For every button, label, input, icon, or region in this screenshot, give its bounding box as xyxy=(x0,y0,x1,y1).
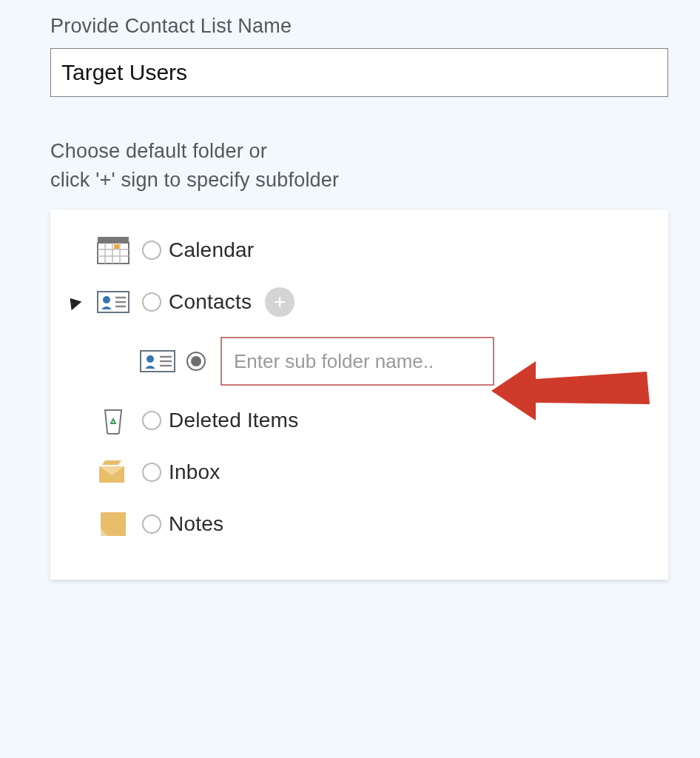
folder-instruction: Choose default folder or click '+' sign … xyxy=(50,137,670,195)
folder-row-calendar: Calendar xyxy=(65,224,653,276)
folder-label-contacts: Contacts xyxy=(169,290,252,314)
radio-calendar[interactable] xyxy=(142,241,161,260)
expand-toggle-contacts[interactable] xyxy=(65,294,82,310)
folder-label-deleted: Deleted Items xyxy=(169,409,298,432)
folder-tree-panel: Calendar Contacts + xyxy=(50,209,668,580)
folder-row-contacts: Contacts + xyxy=(65,276,653,328)
folder-row-inbox: Inbox xyxy=(65,446,653,498)
radio-notes[interactable] xyxy=(142,514,161,534)
folder-label-inbox: Inbox xyxy=(169,460,221,484)
contact-list-name-input[interactable]: Target Users xyxy=(50,48,668,97)
folder-label-calendar: Calendar xyxy=(169,238,254,262)
svg-point-9 xyxy=(103,296,110,303)
inbox-icon xyxy=(95,456,132,489)
contact-list-name-label: Provide Contact List Name xyxy=(50,15,670,38)
svg-rect-7 xyxy=(114,244,119,249)
radio-inbox[interactable] xyxy=(142,463,161,482)
contacts-subfolder-icon xyxy=(139,345,176,378)
svg-rect-1 xyxy=(98,243,129,264)
radio-subfolder[interactable] xyxy=(186,352,206,371)
instruction-line-1: Choose default folder or xyxy=(50,140,267,162)
radio-contacts[interactable] xyxy=(142,292,161,312)
subfolder-row: Enter sub folder name.. xyxy=(65,335,653,387)
subfolder-name-input[interactable]: Enter sub folder name.. xyxy=(221,337,494,386)
folder-row-notes: Notes xyxy=(65,498,653,550)
folder-row-deleted: Deleted Items xyxy=(65,395,653,446)
svg-point-14 xyxy=(147,355,154,363)
contacts-icon xyxy=(95,286,132,318)
svg-rect-0 xyxy=(98,237,129,243)
radio-deleted[interactable] xyxy=(142,411,161,430)
notes-icon xyxy=(95,508,132,540)
deleted-items-icon xyxy=(95,404,132,437)
folder-label-notes: Notes xyxy=(169,512,223,536)
add-subfolder-button[interactable]: + xyxy=(265,287,295,317)
instruction-line-2: click '+' sign to specify subfolder xyxy=(50,169,339,191)
calendar-icon xyxy=(95,234,132,266)
